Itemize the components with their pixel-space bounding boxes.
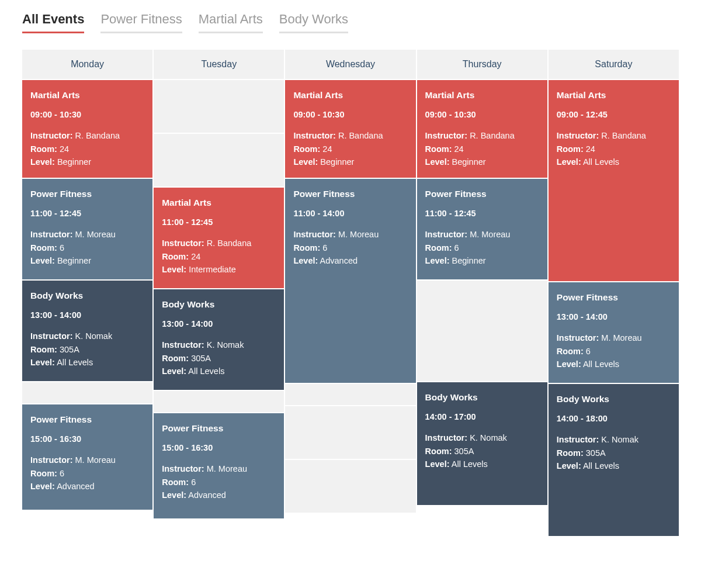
event-card[interactable]: Body Works14:00 - 18:00Instructor: K. No… — [549, 384, 679, 536]
event-time: 09:00 - 10:30 — [293, 108, 407, 121]
empty-slot — [154, 80, 284, 133]
event-title: Martial Arts — [425, 88, 539, 102]
event-card[interactable]: Power Fitness11:00 - 12:45Instructor: M.… — [417, 179, 547, 279]
event-room: Room: 6 — [293, 241, 407, 254]
event-card[interactable]: Martial Arts09:00 - 10:30Instructor: R. … — [285, 80, 415, 178]
event-time: 15:00 - 16:30 — [162, 441, 276, 454]
event-level: Level: Beginner — [30, 155, 144, 168]
day-header: Tuesday — [154, 50, 284, 79]
empty-slot — [285, 460, 415, 513]
tab-body-works[interactable]: Body Works — [279, 12, 348, 33]
event-title: Body Works — [162, 298, 276, 312]
event-card[interactable]: Body Works14:00 - 17:00Instructor: K. No… — [417, 382, 547, 505]
event-level: Level: All Levels — [557, 155, 671, 168]
event-level: Level: All Levels — [557, 459, 671, 472]
empty-slot — [285, 406, 415, 459]
event-instructor: Instructor: K. Nomak — [425, 431, 539, 444]
event-room: Room: 6 — [162, 476, 276, 489]
event-level: Level: Beginner — [425, 254, 539, 267]
event-card[interactable]: Martial Arts11:00 - 12:45Instructor: R. … — [154, 188, 284, 288]
event-room: Room: 24 — [30, 143, 144, 155]
event-instructor: Instructor: M. Moreau — [162, 462, 276, 475]
event-time: 15:00 - 16:30 — [30, 433, 144, 445]
event-title: Body Works — [30, 289, 144, 303]
event-time: 09:00 - 10:30 — [425, 108, 539, 121]
event-title: Power Fitness — [293, 187, 407, 201]
event-instructor: Instructor: M. Moreau — [30, 454, 144, 466]
event-level: Level: All Levels — [557, 358, 671, 371]
event-level: Level: All Levels — [425, 458, 539, 471]
event-instructor: Instructor: R. Bandana — [425, 129, 539, 142]
day-column: Martial Arts09:00 - 10:30Instructor: R. … — [417, 80, 547, 536]
event-title: Body Works — [557, 392, 671, 406]
event-instructor: Instructor: R. Bandana — [293, 129, 407, 142]
event-card[interactable]: Martial Arts09:00 - 12:45Instructor: R. … — [549, 80, 679, 281]
event-card[interactable]: Martial Arts09:00 - 10:30Instructor: R. … — [22, 80, 152, 178]
event-instructor: Instructor: M. Moreau — [425, 228, 539, 241]
event-time: 11:00 - 12:45 — [30, 207, 144, 220]
event-room: Room: 305A — [162, 352, 276, 365]
event-instructor: Instructor: K. Nomak — [162, 338, 276, 351]
event-title: Power Fitness — [30, 187, 144, 201]
tab-all-events[interactable]: All Events — [22, 12, 84, 33]
event-time: 13:00 - 14:00 — [30, 309, 144, 321]
event-level: Level: Advanced — [293, 254, 407, 267]
event-time: 09:00 - 12:45 — [557, 108, 671, 121]
event-level: Level: All Levels — [30, 356, 144, 369]
event-time: 13:00 - 14:00 — [557, 310, 671, 323]
empty-slot — [417, 281, 547, 381]
event-card[interactable]: Power Fitness11:00 - 12:45Instructor: M.… — [22, 179, 152, 279]
event-title: Power Fitness — [30, 413, 144, 427]
day-column: Martial Arts09:00 - 10:30Instructor: R. … — [285, 80, 415, 536]
event-title: Power Fitness — [162, 421, 276, 435]
event-title: Power Fitness — [425, 187, 539, 201]
event-title: Martial Arts — [162, 196, 276, 210]
event-time: 13:00 - 14:00 — [162, 317, 276, 330]
tab-martial-arts[interactable]: Martial Arts — [199, 12, 263, 33]
event-instructor: Instructor: M. Moreau — [30, 228, 144, 241]
event-room: Room: 305A — [30, 343, 144, 356]
event-instructor: Instructor: R. Bandana — [557, 129, 671, 142]
event-instructor: Instructor: K. Nomak — [557, 433, 671, 446]
event-room: Room: 24 — [425, 143, 539, 155]
event-level: Level: All Levels — [162, 365, 276, 378]
event-card[interactable]: Martial Arts09:00 - 10:30Instructor: R. … — [417, 80, 547, 178]
event-room: Room: 305A — [425, 445, 539, 458]
day-column: Martial Arts09:00 - 10:30Instructor: R. … — [22, 80, 152, 536]
event-instructor: Instructor: R. Bandana — [162, 237, 276, 250]
event-time: 14:00 - 18:00 — [557, 412, 671, 425]
event-card[interactable]: Power Fitness11:00 - 14:00Instructor: M.… — [285, 179, 415, 383]
empty-slot — [154, 391, 284, 412]
event-room: Room: 305A — [557, 447, 671, 459]
event-card[interactable]: Power Fitness15:00 - 16:30Instructor: M.… — [22, 404, 152, 510]
event-room: Room: 24 — [293, 143, 407, 155]
event-time: 11:00 - 12:45 — [162, 216, 276, 229]
event-room: Room: 6 — [30, 467, 144, 480]
day-column: Martial Arts11:00 - 12:45Instructor: R. … — [154, 80, 284, 536]
event-instructor: Instructor: M. Moreau — [557, 331, 671, 344]
event-instructor: Instructor: M. Moreau — [293, 228, 407, 241]
event-title: Body Works — [425, 390, 539, 404]
event-room: Room: 24 — [557, 143, 671, 155]
event-card[interactable]: Body Works13:00 - 14:00Instructor: K. No… — [22, 281, 152, 381]
event-instructor: Instructor: K. Nomak — [30, 330, 144, 343]
event-card[interactable]: Power Fitness15:00 - 16:30Instructor: M.… — [154, 413, 284, 518]
day-column: Martial Arts09:00 - 12:45Instructor: R. … — [549, 80, 679, 536]
empty-slot — [154, 134, 284, 186]
event-time: 11:00 - 12:45 — [425, 207, 539, 220]
event-level: Level: Advanced — [30, 480, 144, 493]
event-card[interactable]: Power Fitness13:00 - 14:00Instructor: M.… — [549, 282, 679, 383]
event-room: Room: 24 — [162, 250, 276, 263]
event-level: Level: Beginner — [425, 155, 539, 168]
event-title: Martial Arts — [557, 88, 671, 102]
event-time: 11:00 - 14:00 — [293, 207, 407, 220]
event-level: Level: Intermediate — [162, 263, 276, 276]
event-level: Level: Beginner — [30, 254, 144, 267]
schedule-grid: MondayTuesdayWednesdayThursdaySaturdayMa… — [22, 50, 679, 536]
tab-power-fitness[interactable]: Power Fitness — [100, 12, 182, 33]
event-card[interactable]: Body Works13:00 - 14:00Instructor: K. No… — [154, 289, 284, 390]
day-header: Wednesday — [285, 50, 415, 79]
event-room: Room: 6 — [30, 241, 144, 254]
filter-tabs: All EventsPower FitnessMartial ArtsBody … — [22, 12, 679, 33]
empty-slot — [22, 382, 152, 403]
